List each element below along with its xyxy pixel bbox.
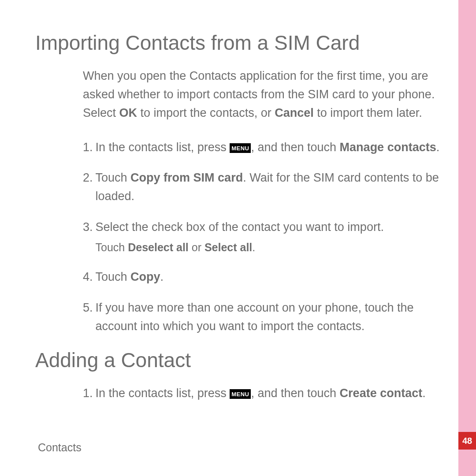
step-text: Select the check box of the contact you … xyxy=(96,220,384,234)
step-item: 1. In the contacts list, press MENU, and… xyxy=(83,384,441,403)
step-text: In the contacts list, press xyxy=(96,387,230,400)
step-body: Touch Copy. xyxy=(96,268,441,286)
step-text: . xyxy=(422,387,426,400)
intro-text: to import the contacts, or xyxy=(137,106,275,119)
step-item: 3. Select the check box of the contact y… xyxy=(83,218,441,256)
step-body: Select the check box of the contact you … xyxy=(96,218,441,256)
step-item: 1. In the contacts list, press MENU, and… xyxy=(83,138,441,157)
step-bold: Copy from SIM card xyxy=(130,171,243,184)
step-bold: Copy xyxy=(130,270,160,283)
side-stripe xyxy=(458,0,476,476)
step-text: Touch xyxy=(96,171,131,184)
section-title-importing: Importing Contacts from a SIM Card xyxy=(35,31,441,55)
steps-list-adding: 1. In the contacts list, press MENU, and… xyxy=(83,384,441,403)
step-number: 5. xyxy=(83,299,93,336)
step-bold: Select all xyxy=(205,241,252,253)
page-content: Importing Contacts from a SIM Card When … xyxy=(35,31,441,415)
step-number: 1. xyxy=(83,138,93,157)
step-text: Touch xyxy=(96,270,131,283)
step-body: In the contacts list, press MENU, and th… xyxy=(96,138,441,157)
step-text: , and then touch xyxy=(251,141,339,154)
step-number: 3. xyxy=(83,218,93,256)
step-bold: Create contact xyxy=(340,387,423,400)
footer-chapter-label: Contacts xyxy=(38,441,82,454)
intro-bold-cancel: Cancel xyxy=(275,106,314,119)
step-text: In the contacts list, press xyxy=(96,141,230,154)
step-item: 5. If you have more than one account on … xyxy=(83,299,441,336)
steps-list-importing: 1. In the contacts list, press MENU, and… xyxy=(83,138,441,336)
step-item: 2. Touch Copy from SIM card. Wait for th… xyxy=(83,169,441,206)
step-text: or xyxy=(189,241,205,253)
page-number-tab: 48 xyxy=(458,432,476,450)
step-text: . xyxy=(252,241,255,253)
step-text: , and then touch xyxy=(251,387,339,400)
step-subtext: Touch Deselect all or Select all. xyxy=(96,239,441,256)
menu-key-icon: MENU xyxy=(230,143,251,153)
step-item: 4. Touch Copy. xyxy=(83,268,441,286)
step-text: . xyxy=(436,141,440,154)
menu-key-icon: MENU xyxy=(230,389,251,399)
step-body: If you have more than one account on you… xyxy=(96,299,441,336)
step-text: . xyxy=(160,270,164,283)
step-text: If you have more than one account on you… xyxy=(96,301,414,333)
intro-bold-ok: OK xyxy=(119,106,138,119)
step-number: 1. xyxy=(83,384,93,403)
intro-paragraph: When you open the Contacts application f… xyxy=(83,67,441,123)
step-number: 2. xyxy=(83,169,93,206)
step-body: In the contacts list, press MENU, and th… xyxy=(96,384,441,403)
step-body: Touch Copy from SIM card. Wait for the S… xyxy=(96,169,441,206)
step-bold: Manage contacts xyxy=(340,141,436,154)
intro-text: to import them later. xyxy=(314,106,422,119)
step-number: 4. xyxy=(83,268,93,286)
section-title-adding: Adding a Contact xyxy=(35,348,441,372)
step-text: Touch xyxy=(96,241,128,253)
step-bold: Deselect all xyxy=(128,241,189,253)
